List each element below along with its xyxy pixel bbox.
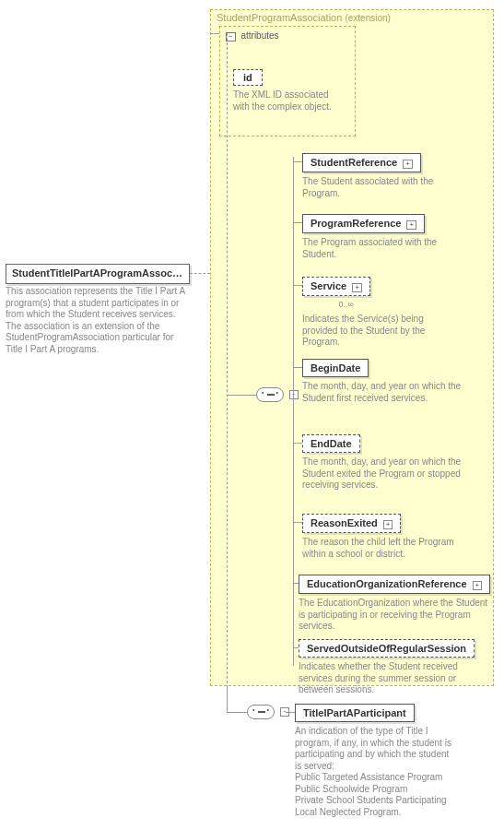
root-element[interactable]: StudentTitleIPartAProgramAssoci… −: [6, 264, 190, 284]
plus-icon[interactable]: +: [383, 520, 393, 529]
element-endDate[interactable]: EndDate The month, day, and year on whic…: [302, 434, 464, 492]
element-desc: The reason the child left the Program wi…: [302, 537, 464, 560]
element-studentRef[interactable]: StudentReference+ The Student associated…: [302, 153, 459, 199]
attributes-label: − attributes: [226, 30, 279, 42]
plus-icon[interactable]: +: [352, 283, 362, 292]
element-desc: The month, day, and year on which the St…: [302, 456, 464, 492]
attr-id-desc: The XML ID associated with the complex o…: [233, 89, 347, 113]
plus-icon[interactable]: +: [473, 581, 483, 590]
element-reasonExited[interactable]: ReasonExited+ The reason the child left …: [302, 514, 464, 560]
element-beginDate[interactable]: BeginDate The month, day, and year on wh…: [302, 359, 464, 404]
root-description: This association represents the Title I …: [6, 286, 190, 355]
minus-icon[interactable]: −: [289, 390, 299, 399]
root-label: StudentTitleIPartAProgramAssoci…: [12, 267, 185, 279]
element-desc: An indication of the type of Title I pro…: [295, 726, 455, 818]
extension-title: StudentProgramAssociation (extension): [217, 12, 391, 23]
plus-icon[interactable]: +: [406, 220, 416, 230]
sequence-connector-outer: [247, 705, 275, 719]
element-titleIParticipant[interactable]: TitleIPartAParticipant An indication of …: [295, 704, 455, 818]
plus-icon[interactable]: +: [403, 160, 413, 169]
sequence-connector-inner: [256, 387, 284, 402]
attr-id-element[interactable]: id: [233, 69, 263, 86]
element-desc: The Program associated with the Student.: [302, 237, 459, 260]
element-desc: The month, day, and year on which the St…: [302, 381, 464, 404]
element-eduOrgRef[interactable]: EducationOrganizationReference+ The Educ…: [299, 575, 492, 633]
element-desc: The EducationOrganization where the Stud…: [299, 598, 492, 633]
element-desc: The Student associated with the Program.: [302, 176, 459, 199]
element-service[interactable]: Service+ 0..∞ Indicates the Service(s) b…: [302, 277, 440, 349]
element-servedOutside[interactable]: ServedOutsideOfRegularSession Indicates …: [299, 639, 492, 696]
element-desc: Indicates the Service(s) being provided …: [302, 314, 440, 349]
element-programRef[interactable]: ProgramReference+ The Program associated…: [302, 214, 459, 260]
attributes-group: − attributes id The XML ID associated wi…: [219, 26, 356, 136]
element-desc: Indicates whether the Student received s…: [299, 661, 492, 696]
